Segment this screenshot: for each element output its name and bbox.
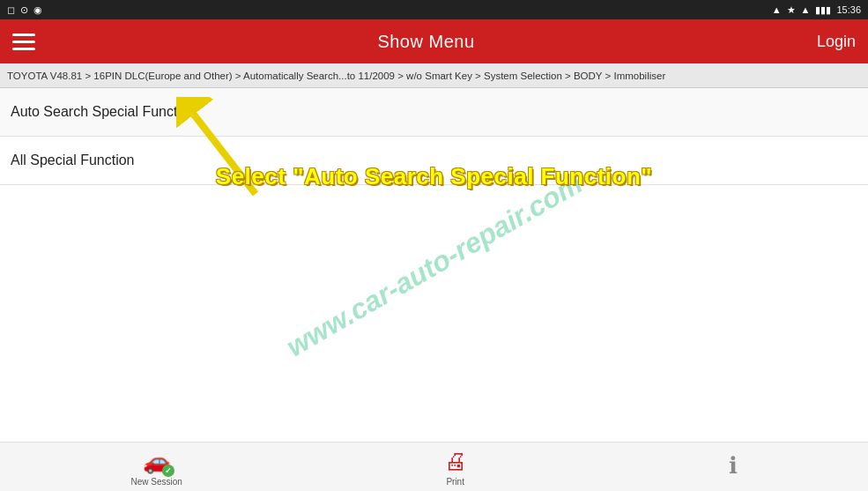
new-session-label: New Session [130,477,182,487]
print-label: Print [446,477,464,487]
status-icon-1: ◻ [7,4,15,16]
car-icon-wrap: 🚗 ✓ [143,448,171,475]
login-button[interactable]: Login [817,33,856,51]
menu-item-auto-search[interactable]: Auto Search Special Function [0,88,868,137]
bluetooth-icon: ★ [787,4,796,16]
battery-icon: ▮▮▮ [815,4,831,16]
check-badge: ✓ [162,465,174,477]
menu-item-all-special[interactable]: All Special Function [0,137,868,185]
status-bar: ◻ ⊙ ◉ ▲ ★ ▲ ▮▮▮ 15:36 [0,0,868,19]
menu-item-label-auto-search: Auto Search Special Function [11,104,197,119]
wifi-icon: ▲ [801,4,811,15]
status-bar-right: ▲ ★ ▲ ▮▮▮ 15:36 [772,4,861,16]
bottom-bar: 🚗 ✓ New Session 🖨 Print ℹ [0,442,868,491]
nav-title: Show Menu [377,32,474,52]
signal-icon: ▲ [772,4,782,15]
print-button[interactable]: 🖨 Print [444,448,467,487]
main-content: Auto Search Special Function All Special… [0,88,868,442]
info-icon: ℹ [729,452,738,480]
status-icon-3: ◉ [33,4,42,16]
breadcrumb-text: TOYOTA V48.81 > 16PIN DLC(Europe and Oth… [7,71,665,81]
nav-bar: Show Menu Login [0,19,868,63]
status-bar-left-icons: ◻ ⊙ ◉ [7,4,42,16]
menu-item-label-all-special: All Special Function [11,153,135,167]
breadcrumb: TOYOTA V48.81 > 16PIN DLC(Europe and Oth… [0,63,868,88]
status-icon-2: ⊙ [20,4,28,16]
info-button[interactable]: ℹ [729,452,738,481]
clock: 15:36 [836,4,861,15]
print-icon: 🖨 [444,448,467,475]
hamburger-menu-button[interactable] [12,33,35,50]
new-session-button[interactable]: 🚗 ✓ New Session [130,448,182,487]
watermark: www.car-auto-repair.com [280,167,588,363]
